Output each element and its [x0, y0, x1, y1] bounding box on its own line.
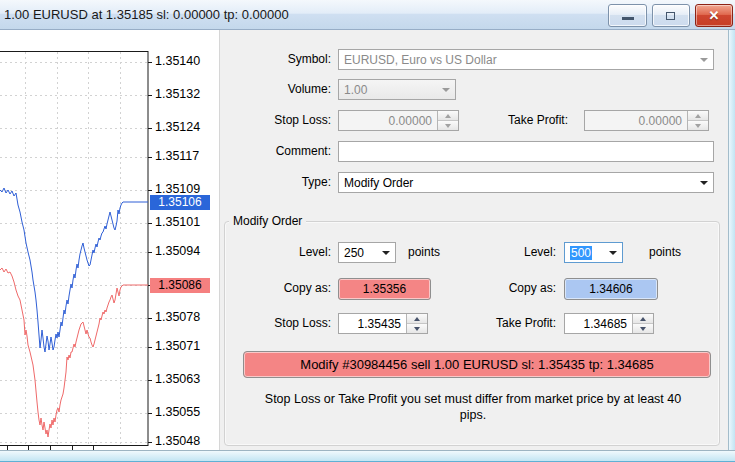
stoploss-label: Stop Loss:	[220, 113, 331, 127]
close-button[interactable]: ✕	[695, 4, 733, 27]
volume-value: 1.00	[344, 83, 367, 97]
price-axis-label: 1.35101	[155, 215, 217, 230]
close-icon: ✕	[696, 8, 732, 23]
tp-points-label: points	[649, 245, 689, 259]
price-axis-label: 1.35094	[155, 244, 217, 259]
chevron-down-icon	[700, 58, 708, 62]
window-bottom-border	[0, 450, 735, 462]
arrow-down-icon	[640, 327, 646, 331]
stoploss-field[interactable]: 0.00000	[338, 110, 459, 131]
volume-dropdown-button[interactable]	[437, 80, 455, 99]
tp-price-value: 1.34685	[584, 317, 627, 331]
price-axis-label: 1.35140	[155, 54, 217, 69]
title-bar: 1.00 EURUSD at 1.35185 sl: 0.00000 tp: 0…	[0, 0, 735, 30]
sl-level-combobox[interactable]: 250	[338, 242, 396, 263]
arrow-up-icon	[414, 317, 420, 321]
spinner-up-button[interactable]	[407, 314, 427, 323]
price-axis-label: 1.35048	[155, 434, 217, 449]
window-right-border	[728, 30, 735, 450]
tick-chart: 1.351401.351321.351241.351171.351091.351…	[0, 30, 219, 450]
restore-icon	[666, 12, 675, 20]
spinner-up-button[interactable]	[633, 314, 653, 323]
price-axis-label: 1.35117	[155, 149, 217, 164]
comment-input[interactable]	[338, 141, 714, 162]
chevron-down-icon	[382, 251, 390, 255]
symbol-dropdown-button[interactable]	[695, 50, 713, 69]
chevron-down-icon	[609, 251, 617, 255]
sl-points-label: points	[408, 245, 448, 259]
price-axis-label: 1.35124	[155, 120, 217, 135]
groupbox-title: Modify Order	[229, 214, 306, 228]
sl-copy-button[interactable]: 1.35356	[338, 278, 431, 300]
window-title: 1.00 EURUSD at 1.35185 sl: 0.00000 tp: 0…	[4, 7, 289, 22]
tp-price-label: Take Profit:	[456, 316, 556, 330]
comment-label: Comment:	[220, 144, 331, 158]
arrow-up-icon	[640, 317, 646, 321]
takeprofit-value: 0.00000	[639, 114, 682, 128]
chevron-down-icon	[700, 181, 708, 185]
price-axis-label: 1.35063	[155, 372, 217, 387]
type-dropdown-button[interactable]	[695, 173, 713, 192]
ask-price-badge: 1.35086	[150, 278, 210, 293]
type-label: Type:	[220, 175, 331, 189]
minimize-button[interactable]	[608, 4, 647, 27]
sl-price-value: 1.35435	[358, 317, 401, 331]
type-value: Modify Order	[344, 176, 413, 190]
arrow-down-icon	[695, 124, 701, 128]
price-axis-label: 1.35132	[155, 87, 217, 102]
sl-level-label: Level:	[220, 245, 331, 259]
order-form-panel: Symbol: EURUSD, Euro vs US Dollar Volume…	[219, 30, 728, 450]
price-axis-label: 1.35078	[155, 310, 217, 325]
arrow-down-icon	[414, 327, 420, 331]
tp-level-combobox[interactable]: 500	[564, 242, 623, 263]
volume-label: Volume:	[220, 82, 331, 96]
arrow-up-icon	[695, 114, 701, 118]
sl-price-spinner[interactable]: 1.35435	[338, 313, 428, 334]
tp-level-dropdown-button[interactable]	[604, 243, 622, 262]
symbol-value: EURUSD, Euro vs US Dollar	[344, 53, 497, 67]
spinner-down-button[interactable]	[407, 323, 427, 333]
hint-text: Stop Loss or Take Profit you set must di…	[230, 391, 716, 423]
order-window: 1.00 EURUSD at 1.35185 sl: 0.00000 tp: 0…	[0, 0, 735, 462]
spinner-up-button[interactable]	[688, 111, 708, 120]
spinner-up-button[interactable]	[438, 111, 458, 120]
tp-copy-label: Copy as:	[456, 281, 556, 295]
hint-line2: pips.	[460, 408, 486, 422]
arrow-up-icon	[445, 114, 451, 118]
takeprofit-label: Take Profit:	[468, 113, 568, 127]
arrow-down-icon	[445, 124, 451, 128]
stoploss-value: 0.00000	[389, 114, 432, 128]
modify-order-button[interactable]: Modify #30984456 sell 1.00 EURUSD sl: 1.…	[243, 351, 711, 378]
type-combobox[interactable]: Modify Order	[338, 172, 714, 193]
tp-level-value: 500	[570, 246, 592, 260]
volume-combobox[interactable]: 1.00	[338, 79, 456, 100]
sl-level-dropdown-button[interactable]	[377, 243, 395, 262]
sl-price-label: Stop Loss:	[220, 316, 331, 330]
hint-line1: Stop Loss or Take Profit you set must di…	[265, 392, 681, 406]
spinner-down-button[interactable]	[633, 323, 653, 333]
price-axis-label: 1.35055	[155, 405, 217, 420]
price-axis-label: 1.35071	[155, 339, 217, 354]
minimize-icon	[622, 17, 634, 20]
symbol-label: Symbol:	[220, 52, 331, 66]
spinner-down-button[interactable]	[688, 120, 708, 130]
spinner-down-button[interactable]	[438, 120, 458, 130]
restore-button[interactable]	[652, 4, 690, 27]
takeprofit-field[interactable]: 0.00000	[584, 110, 709, 131]
tp-price-spinner[interactable]: 1.34685	[564, 313, 654, 334]
tp-copy-button[interactable]: 1.34606	[564, 278, 658, 300]
symbol-combobox[interactable]: EURUSD, Euro vs US Dollar	[338, 49, 714, 70]
tp-level-label: Level:	[456, 245, 556, 259]
sl-level-value: 250	[344, 246, 364, 260]
chevron-down-icon	[442, 88, 450, 92]
sl-copy-label: Copy as:	[220, 281, 331, 295]
bid-price-badge: 1.35106	[150, 195, 210, 210]
